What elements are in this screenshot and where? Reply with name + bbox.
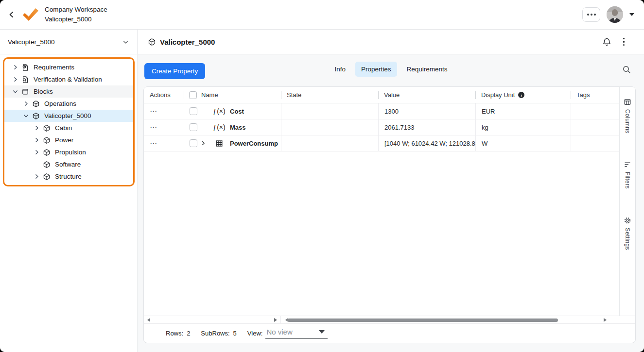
tree-item-cabin[interactable]: Cabin	[4, 122, 133, 134]
search-icon[interactable]	[622, 65, 631, 74]
tree-item-label: Valicopter_5000	[44, 112, 91, 119]
subrows-count-value: 5	[233, 330, 237, 337]
row-actions-button[interactable]: ⋯	[150, 107, 158, 116]
rows-count-label: Rows:	[166, 330, 183, 337]
info-icon[interactable]: i	[518, 92, 524, 98]
user-menu-caret-icon[interactable]	[629, 13, 634, 16]
tree-item-label: Requirements	[34, 64, 74, 71]
formula-icon: ƒ(×)	[213, 107, 225, 115]
kebab-menu-icon[interactable]	[622, 37, 626, 47]
more-options-button[interactable]	[582, 7, 600, 22]
tree-item-operations[interactable]: Operations	[4, 98, 133, 110]
valispace-logo-icon[interactable]	[22, 7, 39, 22]
table-header-row: Actions Name State Value Display Unit i …	[144, 87, 619, 103]
app-window: Company Workspace Valicopter_5000 Valico…	[0, 0, 644, 352]
tree-item-propulsion[interactable]: Propulsion	[4, 146, 133, 158]
doc-check-icon	[21, 64, 30, 71]
tab-properties[interactable]: Properties	[355, 62, 397, 77]
cell-tags[interactable]	[571, 135, 619, 151]
rows-count-value: 2	[187, 330, 190, 337]
chevron-right-icon[interactable]	[30, 149, 43, 155]
scrollbar-thumb[interactable]	[287, 318, 558, 322]
workspace-breadcrumb[interactable]: Company Workspace Valicopter_5000	[45, 5, 107, 24]
tab-requirements[interactable]: Requirements	[401, 62, 453, 77]
project-selector-value: Valicopter_5000	[8, 38, 55, 46]
scroll-right-arrow-icon[interactable]	[274, 318, 277, 322]
expand-row-chevron-icon[interactable]	[197, 140, 210, 146]
chevron-right-icon[interactable]	[9, 76, 21, 83]
chevron-down-icon[interactable]	[9, 88, 21, 95]
table-row-mass[interactable]: ⋯ ƒ(×) Mass 2061.7133 kg	[144, 119, 619, 135]
cube-icon	[32, 100, 40, 108]
columns-tool-label: Columns	[624, 109, 631, 133]
property-name[interactable]: Mass	[230, 124, 246, 131]
table-scrollbar[interactable]	[281, 316, 611, 323]
cell-value[interactable]: [1040 W; 61024.42 W; 121028.84 W	[378, 135, 475, 151]
project-selector[interactable]: Valicopter_5000	[0, 30, 137, 54]
row-actions-button[interactable]: ⋯	[150, 139, 158, 148]
tree-item-label: Cabin	[55, 124, 72, 132]
chevron-right-icon[interactable]	[19, 101, 32, 107]
user-avatar[interactable]	[607, 6, 623, 23]
columns-tool[interactable]: Columns	[624, 98, 631, 133]
cell-display-unit[interactable]: kg	[475, 119, 571, 135]
cell-display-unit[interactable]: EUR	[475, 103, 571, 119]
tree-item-power[interactable]: Power	[4, 134, 133, 146]
chevron-right-icon[interactable]	[30, 125, 43, 131]
tree-item-structure[interactable]: Structure	[4, 170, 133, 183]
pinned-columns-scrollbar[interactable]	[144, 316, 281, 323]
sidebar: Valicopter_5000 Requirements Verificatio…	[0, 30, 138, 352]
chevron-down-icon[interactable]	[19, 113, 32, 119]
chevron-right-icon[interactable]	[9, 64, 21, 70]
settings-tool[interactable]: Settings	[624, 217, 631, 250]
column-header-state[interactable]: State	[281, 87, 378, 103]
tree-item-label: Power	[55, 136, 73, 144]
column-header-tags[interactable]: Tags	[571, 87, 619, 103]
scroll-left-arrow-icon[interactable]	[147, 318, 150, 322]
property-name[interactable]: Cost	[230, 108, 244, 115]
cell-display-unit[interactable]: W	[475, 135, 571, 151]
property-name[interactable]: PowerConsump	[230, 140, 278, 147]
scroll-right-arrow-icon[interactable]	[604, 318, 607, 322]
tree-item-verification-validation[interactable]: Verification & Validation	[4, 73, 133, 85]
select-all-checkbox[interactable]	[189, 91, 197, 99]
cell-tags[interactable]	[571, 103, 619, 119]
cell-tags[interactable]	[571, 119, 619, 135]
matrix-icon	[210, 140, 228, 147]
row-checkbox[interactable]	[190, 139, 197, 147]
view-label: View:	[247, 330, 263, 337]
chevron-right-icon[interactable]	[30, 173, 43, 180]
properties-table: Actions Name State Value Display Unit i …	[144, 87, 619, 316]
column-header-actions[interactable]: Actions	[144, 87, 184, 103]
cell-value[interactable]: 2061.7133	[378, 119, 475, 135]
tree-item-valicopter-5000[interactable]: Valicopter_5000	[4, 110, 133, 122]
tree-item-requirements[interactable]: Requirements	[4, 61, 133, 73]
view-select[interactable]: No view	[265, 328, 328, 339]
cell-state[interactable]	[281, 135, 378, 151]
back-button[interactable]	[8, 11, 16, 18]
chevron-right-icon[interactable]	[30, 137, 43, 143]
tab-info[interactable]: Info	[329, 62, 351, 77]
tree-item-blocks[interactable]: Blocks	[4, 85, 133, 98]
row-actions-button[interactable]: ⋯	[150, 123, 158, 132]
main-header: Valicopter_5000	[138, 30, 644, 54]
table-tools-strip: Columns Filters Settings	[619, 87, 635, 316]
filters-tool[interactable]: Filters	[624, 161, 631, 189]
cube-icon	[43, 161, 51, 168]
column-header-value[interactable]: Value	[378, 87, 475, 103]
column-header-name[interactable]: Name	[184, 87, 281, 103]
cell-value[interactable]: 1300	[378, 103, 475, 119]
workspace-project-name: Valicopter_5000	[45, 15, 107, 24]
cell-state[interactable]	[281, 103, 378, 119]
row-checkbox[interactable]	[190, 123, 197, 131]
create-property-button[interactable]: Create Property	[144, 63, 205, 79]
row-checkbox[interactable]	[190, 107, 197, 115]
column-header-display-unit[interactable]: Display Unit i	[475, 87, 571, 103]
cell-state[interactable]	[281, 119, 378, 135]
tree-item-software[interactable]: Software	[4, 158, 133, 170]
table-row-powerconsump[interactable]: ⋯ PowerConsump [1040 W; 61024.42 W; 1210…	[144, 135, 619, 151]
notifications-bell-icon[interactable]	[602, 37, 611, 47]
workspace-name: Company Workspace	[45, 5, 107, 15]
table-row-cost[interactable]: ⋯ ƒ(×) Cost 1300 EUR	[144, 103, 619, 119]
select-caret-icon	[319, 330, 325, 334]
